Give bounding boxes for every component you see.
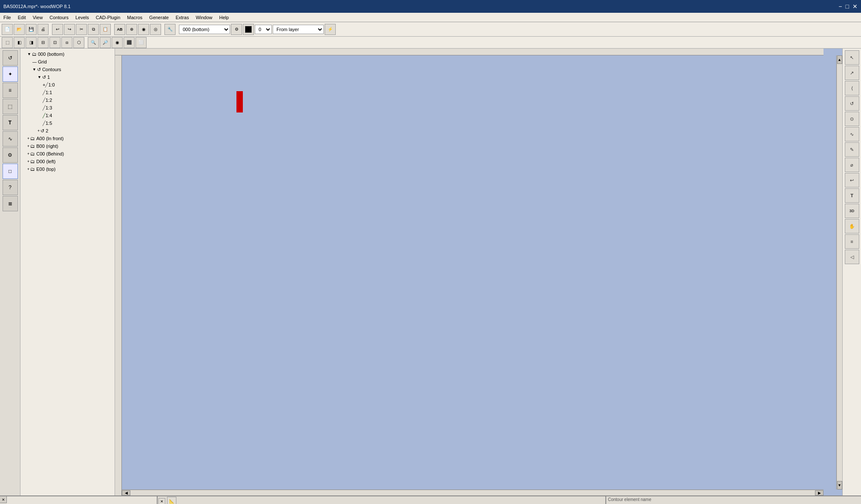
tree-node-000[interactable]: ▼ 🗂 000 (bottom) xyxy=(22,50,113,58)
tool1[interactable]: AB xyxy=(114,24,125,35)
view-btn1[interactable]: ⬚ xyxy=(2,37,13,48)
tree-node-E00[interactable]: + 🗂 E00 (top) xyxy=(22,165,113,173)
scroll-left[interactable]: ◀ xyxy=(122,490,130,495)
view-btn10[interactable]: ◉ xyxy=(112,37,123,48)
menu-macros[interactable]: Macros xyxy=(124,14,146,21)
tool-text[interactable]: T xyxy=(3,115,18,130)
tool-rect[interactable]: ⬚ xyxy=(3,99,18,114)
tree-node-12[interactable]: ╱ 1:2 xyxy=(22,96,113,104)
print-button[interactable]: 🖨 xyxy=(37,24,49,35)
view-btn11[interactable]: ⬛ xyxy=(124,37,135,48)
view-btn6[interactable]: ⧈ xyxy=(61,37,72,48)
color-btn[interactable] xyxy=(243,24,254,35)
tool-view[interactable]: □ xyxy=(3,164,18,179)
drawing-canvas[interactable]: top Y X xyxy=(115,49,243,112)
tool-select[interactable]: ↺ xyxy=(3,50,18,66)
layer-settings[interactable]: ⚙ xyxy=(231,24,242,35)
maximize-button[interactable]: □ xyxy=(846,3,849,10)
rt-btn-back[interactable]: ◁ xyxy=(845,250,859,264)
panel-handle[interactable]: ✕ xyxy=(0,496,7,503)
horizontal-scrollbar[interactable]: ◀ ▶ xyxy=(122,490,824,495)
tree-node-1[interactable]: ▼ ↺ 1 xyxy=(22,73,113,81)
tool-help[interactable]: ? xyxy=(3,180,18,195)
rt-btn-2[interactable]: ↗ xyxy=(845,66,859,80)
rt-btn-3[interactable]: ⟨ xyxy=(845,81,859,95)
tree-node-15[interactable]: ╱ 1:5 xyxy=(22,119,113,127)
tool3[interactable]: ◉ xyxy=(138,24,149,35)
tree-node-14[interactable]: ╱ 1:4 xyxy=(22,112,113,119)
view-btn9[interactable]: 🔎 xyxy=(100,37,111,48)
cut-button[interactable]: ✂ xyxy=(76,24,87,35)
rt-btn-3d[interactable]: 3D xyxy=(845,204,859,218)
rt-btn-7[interactable]: ✎ xyxy=(845,142,859,157)
tool4[interactable]: ◎ xyxy=(150,24,161,35)
tool5[interactable]: 🔧 xyxy=(164,24,176,35)
close-button[interactable]: ✕ xyxy=(852,3,858,10)
layer-dropdown[interactable]: 000 (bottom) xyxy=(179,25,230,34)
vertical-scrollbar[interactable]: ▲ ▼ xyxy=(836,55,842,490)
tree-node-11[interactable]: ╱ 1:1 xyxy=(22,89,113,96)
rt-btn-5[interactable]: ⊙ xyxy=(845,112,859,126)
view-btn7[interactable]: ⬡ xyxy=(73,37,84,48)
view-btn3[interactable]: ◨ xyxy=(26,37,37,48)
menu-contours[interactable]: Contours xyxy=(46,14,72,21)
menu-help[interactable]: Help xyxy=(216,14,233,21)
view-btn12[interactable]: ⬜ xyxy=(135,37,147,48)
menu-edit[interactable]: Edit xyxy=(14,14,29,21)
paste-button[interactable]: 📋 xyxy=(100,24,111,35)
rt-btn-1[interactable]: ↖ xyxy=(845,50,859,65)
tool2[interactable]: ⊕ xyxy=(126,24,137,35)
rt-btn-6[interactable]: ∿ xyxy=(845,127,859,141)
color-dropdown[interactable]: 0 xyxy=(255,25,272,34)
copy-button[interactable]: ⧉ xyxy=(88,24,99,35)
window-controls[interactable]: − □ ✕ xyxy=(838,3,858,10)
tree-node-C00[interactable]: + 🗂 C00 (Behind) xyxy=(22,150,113,158)
rt-btn-9[interactable]: ↩ xyxy=(845,173,859,187)
canvas-area[interactable]: top Y X ◀ ▶ ▲ ▼ xyxy=(115,49,842,495)
tree-node-contours[interactable]: ▼ ↺ Contours xyxy=(22,66,113,73)
new-button[interactable]: 📄 xyxy=(2,24,13,35)
layer-type-dropdown[interactable]: From layer xyxy=(273,25,324,34)
minimize-button[interactable]: − xyxy=(838,3,842,10)
rt-btn-hand[interactable]: ✋ xyxy=(845,219,859,233)
menu-extras[interactable]: Extras xyxy=(172,14,192,21)
menu-generate[interactable]: Generate xyxy=(146,14,172,21)
expand-1[interactable]: ▼ xyxy=(37,75,41,79)
scroll-down[interactable]: ▼ xyxy=(837,481,842,490)
view-btn8[interactable]: 🔍 xyxy=(88,37,99,48)
rt-btn-T[interactable]: T xyxy=(845,188,859,203)
tool6[interactable]: ⚡ xyxy=(325,24,336,35)
tool-list[interactable]: ≣ xyxy=(3,196,18,211)
rt-btn-list[interactable]: ≡ xyxy=(845,234,859,249)
menu-cad-plugin[interactable]: CAD-Plugin xyxy=(92,14,124,21)
tool-curve[interactable]: ∿ xyxy=(3,131,18,147)
rt-btn-8[interactable]: ⌀ xyxy=(845,158,859,172)
tool-layers[interactable]: ≡ xyxy=(3,83,18,98)
props-icon[interactable]: 📐 xyxy=(167,497,176,504)
scroll-up[interactable]: ▲ xyxy=(837,55,842,64)
rt-btn-4[interactable]: ↺ xyxy=(845,96,859,111)
menu-levels[interactable]: Levels xyxy=(72,14,92,21)
tool-settings[interactable]: ⚙ xyxy=(3,147,18,163)
tree-node-grid[interactable]: — Grid xyxy=(22,58,113,66)
open-button[interactable]: 📂 xyxy=(14,24,25,35)
tree-node-2[interactable]: + ↺ 2 xyxy=(22,127,113,135)
expand-contours[interactable]: ▼ xyxy=(32,67,36,72)
view-btn5[interactable]: ⊡ xyxy=(49,37,60,48)
props-close[interactable]: ✕ xyxy=(158,498,165,504)
tree-node-D00[interactable]: + 🗂 D00 (left) xyxy=(22,158,113,165)
scroll-right[interactable]: ▶ xyxy=(815,490,824,495)
save-button[interactable]: 💾 xyxy=(26,24,37,35)
menu-file[interactable]: File xyxy=(0,14,14,21)
menu-view[interactable]: View xyxy=(29,14,46,21)
tree-node-13[interactable]: ╱ 1:3 xyxy=(22,104,113,112)
undo-button[interactable]: ↩ xyxy=(52,24,63,35)
view-btn2[interactable]: ◧ xyxy=(14,37,25,48)
tool-pointer[interactable]: ✦ xyxy=(3,66,18,82)
expand-000[interactable]: ▼ xyxy=(27,52,31,56)
view-btn4[interactable]: ⊟ xyxy=(37,37,49,48)
tree-node-10[interactable]: + ╱ 1:0 xyxy=(22,81,113,89)
tree-node-B00[interactable]: + 🗂 B00 (right) xyxy=(22,142,113,150)
tree-node-A00[interactable]: + 🗂 A00 (In front) xyxy=(22,135,113,142)
redo-button[interactable]: ↪ xyxy=(64,24,75,35)
